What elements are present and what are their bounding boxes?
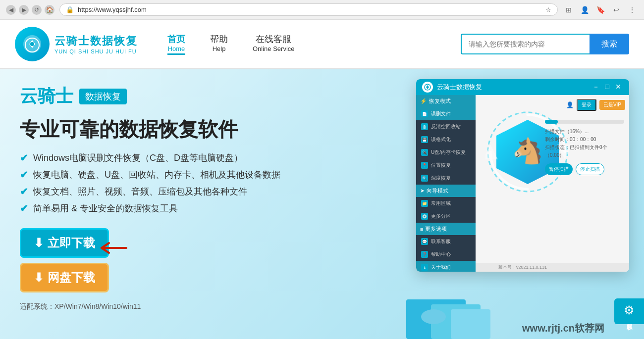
maximize-button[interactable]: □ <box>603 83 611 92</box>
sidebar-item-about[interactable]: ℹ 关于我们 <box>416 261 476 272</box>
browser-controls[interactable]: ◀ ▶ ↺ 🏠 <box>6 5 54 15</box>
feature-list: ✔ Windows电脑误删文件恢复（C盘、D盘等电脑硬盘） ✔ 恢复电脑、硬盘、… <box>20 152 352 214</box>
download-btn-label: 立即下载 <box>48 235 95 251</box>
app-title-text: 云骑士数据恢复 <box>437 83 482 92</box>
location-icon: 📍 <box>421 162 428 169</box>
star-icon[interactable]: ☆ <box>545 6 551 13</box>
app-logo-small <box>422 82 433 93</box>
nav-item-service[interactable]: 在线客服 Online Service <box>253 33 295 52</box>
sidebar-item-format[interactable]: 💾 误格式化 <box>416 133 476 146</box>
format-icon: 💾 <box>421 136 428 143</box>
wizard-icon: ➤ <box>420 188 425 194</box>
sidebar-item-deleted-files[interactable]: 📄 误删文件 <box>416 107 476 120</box>
sidebar-item-helpcenter[interactable]: ❓ 帮助中心 <box>416 248 476 261</box>
nav-links: 首页 Home 帮助 Help 在线客服 Online Service <box>167 33 295 55</box>
side-widget[interactable]: ⚙ 联系客服 <box>614 298 644 324</box>
sidebar-item-common[interactable]: 📁 常用区域 <box>416 197 476 210</box>
vip-badge: 已是VIP <box>599 100 625 110</box>
right-panel: 云骑士数据恢复 － □ ✕ ⚡ 恢复模式 📄 <box>367 69 644 339</box>
pause-scan-button[interactable]: 暂停扫描 <box>545 163 573 175</box>
browser-chrome: ◀ ▶ ↺ 🏠 🔒 https://www.yqssjhf.com ☆ ⊞ 👤 … <box>0 0 644 20</box>
nav-home-cn: 首页 <box>167 33 185 45</box>
more-label: 更多选项 <box>425 225 447 233</box>
home-button[interactable]: 🏠 <box>45 5 54 15</box>
sidebar-item-recycle[interactable]: 🗑 反清空回收站 <box>416 120 476 133</box>
cloud-icon: ⬇ <box>34 271 44 285</box>
deco-box-3 <box>451 309 490 339</box>
about-icon: ℹ <box>421 264 428 271</box>
arrow-indicator <box>97 238 136 260</box>
recycle-icon: 🗑 <box>421 123 428 130</box>
nav-service-cn: 在线客服 <box>256 33 291 45</box>
nav-item-help[interactable]: 帮助 Help <box>210 33 228 52</box>
deep-icon: 🔍 <box>421 175 428 182</box>
refresh-button[interactable]: ↺ <box>32 5 42 15</box>
contact-icon: 💬 <box>421 238 428 245</box>
back-nav-button[interactable]: ↩ <box>610 4 622 16</box>
check-icon-3: ✔ <box>20 186 28 197</box>
download-cloud-button[interactable]: ⬇ 网盘下载 <box>20 263 109 292</box>
feature-text-4: 简单易用 & 专业安全的数据恢复工具 <box>33 202 178 214</box>
menu-button[interactable]: ⋮ <box>626 4 638 16</box>
nav-service-en: Online Service <box>253 45 295 52</box>
lock-icon: 🔒 <box>66 6 74 13</box>
app-main-area: 👤 登录 已是VIP <box>476 95 629 263</box>
user-button[interactable]: 👤 <box>579 4 590 16</box>
back-button[interactable]: ◀ <box>6 5 16 15</box>
app-titlebar: 云骑士数据恢复 － □ ✕ <box>416 79 629 95</box>
logo-cn: 云骑士数据恢复 <box>54 34 138 48</box>
user-icon: 👤 <box>566 101 574 108</box>
sidebar-item-deep[interactable]: 🔍 深度恢复 <box>416 172 476 185</box>
svg-text:🐴: 🐴 <box>512 136 543 166</box>
recovery-mode-label: 恢复模式 <box>429 97 451 105</box>
progress-bar-fill <box>545 120 558 124</box>
sidebar-item-partitions[interactable]: 💿 更多分区 <box>416 210 476 223</box>
stop-scan-button[interactable]: 停止扫描 <box>576 163 604 175</box>
url-text: https://www.yqssjhf.com <box>78 6 541 13</box>
app-titlebar-buttons[interactable]: － □ ✕ <box>590 83 623 92</box>
app-logo-area: 云骑士数据恢复 <box>422 82 482 93</box>
feature-item-3: ✔ 恢复文档、照片、视频、音频、压缩包及其他各种文件 <box>20 186 352 197</box>
scan-progress: 扫描文件（16%）... 剩余时间：00：00：00 扫描状态：已扫描到文件0个… <box>545 120 624 175</box>
bottom-decorations <box>391 290 490 339</box>
sidebar-item-location[interactable]: 📍 位置恢复 <box>416 159 476 172</box>
wizard-label: 向导模式 <box>427 187 448 194</box>
deleted-files-icon: 📄 <box>421 110 428 117</box>
app-sidebar: ⚡ 恢复模式 📄 误删文件 🗑 反清空回收站 💾 误格式化 <box>416 95 476 263</box>
close-button[interactable]: ✕ <box>613 83 623 92</box>
common-icon: 📁 <box>421 200 428 207</box>
main-content: 云骑士 数据恢复 专业可靠的数据恢复软件 ✔ Windows电脑误删文件恢复（C… <box>0 69 644 339</box>
forward-button[interactable]: ▶ <box>19 5 29 15</box>
download-primary-button[interactable]: ⬇ 立即下载 <box>20 228 109 258</box>
help-icon: ❓ <box>421 251 428 258</box>
bookmark-button[interactable]: 🔖 <box>594 4 606 16</box>
cloud-btn-label: 网盘下载 <box>48 270 95 286</box>
download-icon: ⬇ <box>34 236 44 250</box>
check-icon-2: ✔ <box>20 169 28 181</box>
logo-area: 云骑士数据恢复 YUN QI SHI SHU JU HUI FU <box>15 27 138 61</box>
browser-actions: ⊞ 👤 🔖 ↩ ⋮ <box>563 4 638 16</box>
minimize-button[interactable]: － <box>590 83 601 92</box>
deco-circle <box>421 309 446 324</box>
partitions-icon: 💿 <box>421 213 428 220</box>
side-widget-icon: ⚙ <box>624 303 635 317</box>
logo-icon <box>15 27 50 61</box>
nav-home-en: Home <box>168 45 185 52</box>
feature-item-1: ✔ Windows电脑误删文件恢复（C盘、D盘等电脑硬盘） <box>20 152 352 164</box>
feature-item-4: ✔ 简单易用 & 专业安全的数据恢复工具 <box>20 202 352 214</box>
feature-text-2: 恢复电脑、硬盘、U盘、回收站、内存卡、相机及其他设备数据 <box>33 169 280 181</box>
headline-main: 专业可靠的数据恢复软件 <box>20 117 352 141</box>
headline-row: 云骑士 数据恢复 <box>20 84 352 108</box>
address-bar[interactable]: 🔒 https://www.yqssjhf.com ☆ <box>59 3 558 16</box>
search-button[interactable]: 搜索 <box>590 34 629 54</box>
svg-point-1 <box>30 42 34 46</box>
nav-item-home[interactable]: 首页 Home <box>167 33 185 55</box>
sidebar-item-usb[interactable]: 🔌 U盘/内存卡恢复 <box>416 146 476 159</box>
navbar: 云骑士数据恢复 YUN QI SHI SHU JU HUI FU 首页 Home… <box>0 20 644 69</box>
login-button[interactable]: 登录 <box>577 99 596 111</box>
sidebar-item-contact[interactable]: 💬 联系客服 <box>416 235 476 248</box>
progress-bar-container <box>545 120 624 124</box>
search-input[interactable] <box>461 34 590 54</box>
extensions-button[interactable]: ⊞ <box>563 4 575 16</box>
recovery-mode-icon: ⚡ <box>420 98 427 104</box>
